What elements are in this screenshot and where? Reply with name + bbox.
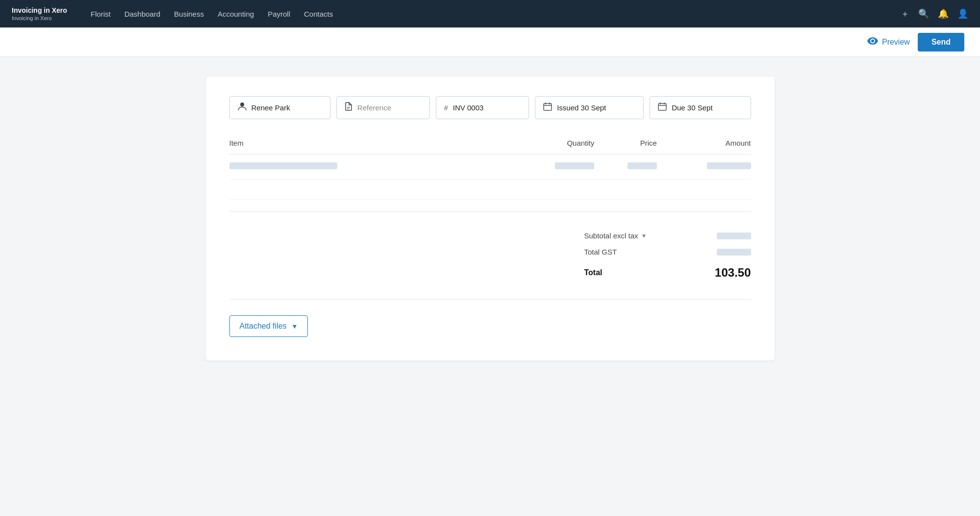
invoice-card: Renee Park Reference # INV 0003: [206, 77, 775, 361]
nav-item-dashboard[interactable]: Dashboard: [125, 8, 160, 20]
qty-cell: [516, 155, 595, 180]
table-row-empty: [229, 180, 751, 200]
col-amount: Amount: [657, 139, 751, 155]
attached-files-label: Attached files: [240, 322, 287, 331]
issued-date-value: Issued 30 Sept: [557, 103, 606, 112]
nav-item-florist[interactable]: Florist: [91, 8, 111, 20]
table-row[interactable]: [229, 155, 751, 180]
due-calendar-icon: [658, 102, 667, 113]
totals-table: Subtotal excl tax ▼ Total GST Total 103.…: [584, 228, 751, 284]
reference-label: Reference: [357, 103, 391, 112]
top-nav: Invoicing in Xero Invoicing in Xero Flor…: [0, 0, 980, 27]
invoice-table: Item Quantity Price Amount: [229, 139, 751, 200]
col-price: Price: [594, 139, 657, 155]
toolbar: Preview Send: [0, 27, 980, 57]
total-label: Total: [584, 268, 603, 277]
nav-item-contacts[interactable]: Contacts: [304, 8, 333, 20]
hash-symbol: #: [444, 103, 448, 112]
total-amount: 103.50: [715, 266, 751, 280]
amount-skeleton: [707, 162, 751, 169]
nav-item-business[interactable]: Business: [174, 8, 204, 20]
nav-item-payroll[interactable]: Payroll: [268, 8, 290, 20]
price-cell: [594, 155, 657, 180]
subtotal-row: Subtotal excl tax ▼: [584, 228, 751, 244]
nav-right: ＋ 🔍 🔔 👤: [901, 8, 968, 20]
notification-icon[interactable]: 🔔: [938, 8, 949, 19]
gst-label: Total GST: [584, 248, 617, 256]
col-item: Item: [229, 139, 516, 155]
calendar-icon: [543, 102, 552, 113]
invoice-number-value: INV 0003: [453, 103, 484, 112]
col-quantity: Quantity: [516, 139, 595, 155]
svg-rect-2: [347, 108, 349, 109]
attached-files-button[interactable]: Attached files ▼: [229, 315, 308, 337]
invoice-fields: Renee Park Reference # INV 0003: [229, 96, 751, 119]
due-date-field[interactable]: Due 30 Sept: [650, 96, 751, 119]
contact-value: Renee Park: [251, 103, 290, 112]
preview-button[interactable]: Preview: [867, 36, 910, 48]
contact-icon: [238, 102, 247, 114]
bottom-section: Attached files ▼: [229, 315, 751, 337]
svg-point-0: [240, 103, 244, 106]
table-divider: [229, 211, 751, 212]
item-cell: [229, 155, 516, 180]
eye-icon: [867, 36, 878, 48]
user-icon[interactable]: 👤: [957, 8, 968, 19]
add-icon[interactable]: ＋: [901, 8, 909, 20]
nav-item-accounting[interactable]: Accounting: [218, 8, 254, 20]
caret-down-icon: ▼: [292, 323, 298, 330]
main-content: Renee Park Reference # INV 0003: [0, 57, 980, 498]
preview-label: Preview: [882, 38, 910, 47]
subtotal-value-skeleton: [717, 232, 751, 239]
gst-row: Total GST: [584, 244, 751, 260]
amount-cell: [657, 155, 751, 180]
totals-section: Subtotal excl tax ▼ Total GST Total 103.…: [229, 224, 751, 284]
brand-title: Invoicing in Xero: [12, 6, 67, 15]
reference-field[interactable]: Reference: [336, 96, 430, 119]
qty-skeleton: [555, 162, 594, 169]
search-icon[interactable]: 🔍: [918, 8, 929, 19]
issued-date-field[interactable]: Issued 30 Sept: [535, 96, 644, 119]
subtotal-label: Subtotal excl tax ▼: [584, 232, 647, 240]
price-skeleton: [628, 162, 657, 169]
svg-rect-1: [347, 107, 350, 107]
subtotal-chevron[interactable]: ▼: [641, 232, 647, 239]
due-date-value: Due 30 Sept: [672, 103, 712, 112]
bottom-divider: [229, 299, 751, 300]
svg-rect-3: [544, 103, 552, 110]
item-skeleton: [229, 162, 337, 169]
send-button[interactable]: Send: [918, 33, 964, 52]
svg-rect-6: [658, 103, 666, 110]
contact-field[interactable]: Renee Park: [229, 96, 330, 119]
gst-value-skeleton: [717, 249, 751, 256]
invoice-number-field[interactable]: # INV 0003: [436, 96, 529, 119]
reference-icon: [345, 102, 352, 113]
nav-brand: Invoicing in Xero Invoicing in Xero: [12, 6, 67, 22]
brand-sub: Invoicing in Xero: [12, 15, 67, 22]
total-row: Total 103.50: [584, 260, 751, 284]
empty-row: [229, 180, 516, 200]
nav-items: Florist Dashboard Business Accounting Pa…: [91, 8, 885, 20]
